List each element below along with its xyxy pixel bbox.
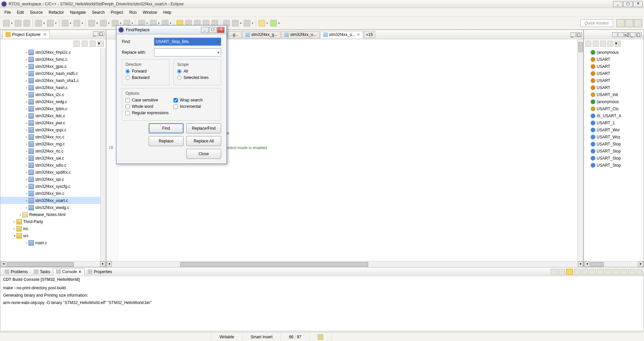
outline-item[interactable]: IS_USART_A (584, 112, 644, 119)
wrap-search-check[interactable]: Wrap search (174, 98, 217, 102)
scroll-thumb[interactable] (180, 262, 368, 267)
expand-icon[interactable]: ▹ (24, 50, 29, 54)
close-icon[interactable]: ✕ (43, 32, 47, 37)
target-icon[interactable] (62, 20, 68, 27)
replace-all-button[interactable]: Replace All (186, 136, 221, 146)
show-on-err-icon[interactable] (620, 269, 627, 275)
minimize-view-button[interactable]: _ (630, 32, 636, 37)
menu-navigate[interactable]: Navigate (67, 9, 89, 16)
view-menu-icon[interactable]: ▾ (98, 41, 104, 47)
sort-icon[interactable] (585, 41, 591, 47)
expand-icon[interactable]: ▹ (24, 156, 29, 160)
find-input[interactable]: USART_Stop_Bits (154, 38, 221, 46)
dialog-close-button[interactable]: ✕ (217, 27, 225, 33)
filter-icon[interactable] (593, 41, 599, 47)
case-sensitive-check[interactable]: Case sensitive (126, 98, 169, 102)
incremental-check[interactable]: Incremental (174, 104, 217, 109)
tasks-tab[interactable]: Tasks (31, 268, 53, 275)
expand-icon[interactable]: ▹ (24, 79, 29, 82)
outline-item[interactable]: USART_Woz (584, 133, 644, 140)
file-row[interactable]: ▹stm32f4xx_spdifrx.c (0, 169, 100, 176)
expand-icon[interactable]: ▹ (24, 86, 29, 89)
dialog-maximize-button[interactable]: ▢ (209, 27, 216, 33)
file-row[interactable]: ▹main.c (0, 239, 100, 246)
console-tab[interactable]: Console✕ (53, 268, 85, 275)
show-on-output-icon[interactable] (612, 269, 619, 275)
outline-item[interactable]: USART_Stop (584, 147, 644, 155)
expand-icon[interactable]: ▹ (24, 72, 29, 75)
editor-tab[interactable]: stm32f4xx_u... (281, 31, 319, 38)
expand-icon[interactable]: ▹ (24, 170, 29, 174)
min-icon[interactable] (628, 269, 635, 275)
menu-project[interactable]: Project (108, 9, 126, 16)
outline-item[interactable]: (anonymous (584, 98, 644, 105)
menu-search[interactable]: Search (89, 9, 108, 16)
outline-item[interactable]: USART (584, 56, 644, 63)
expand-icon[interactable]: ▹ (24, 121, 29, 125)
file-row[interactable]: ▹stm32f4xx_fmpi2c.c (0, 49, 100, 56)
save-all-icon[interactable] (23, 20, 30, 27)
file-row[interactable]: ▹stm32f4xx_fsmc.c (0, 56, 100, 63)
outline-btn1[interactable] (612, 32, 617, 37)
outline-horizontal-scrollbar[interactable]: ◂ ▸ (584, 261, 644, 267)
debug-icon[interactable] (88, 20, 95, 27)
outline-item[interactable]: USART_Stop (584, 140, 644, 147)
problems-tab[interactable]: Problems (2, 268, 31, 275)
find-button[interactable]: Find (149, 123, 184, 133)
expand-icon[interactable]: ▹ (24, 65, 29, 68)
scroll-left-icon[interactable]: ◂ (1, 261, 6, 267)
file-row[interactable]: ▹stm32f4xx_lptim.c (0, 105, 100, 112)
scroll-right-icon[interactable]: ▸ (638, 261, 643, 267)
expand-icon[interactable]: ▹ (24, 93, 29, 96)
remove-icon[interactable] (597, 269, 604, 275)
editor-horizontal-scrollbar[interactable]: ◂ ▸ (106, 261, 583, 267)
scroll-thumb[interactable] (590, 262, 604, 267)
build-icon[interactable] (35, 20, 42, 27)
expand-icon[interactable]: ▹ (24, 57, 29, 61)
selected-lines-radio[interactable]: Selected lines (177, 75, 217, 80)
scroll-right-icon[interactable]: ▸ (578, 261, 583, 267)
expand-icon[interactable]: ▹ (12, 227, 16, 230)
outline-item[interactable]: USART_Stop (584, 155, 644, 162)
expand-icon[interactable]: ▹ (24, 142, 29, 146)
menu-edit[interactable]: Edit (14, 9, 27, 16)
file-row[interactable]: ▹stm32f4xx_sdio.c (0, 162, 100, 169)
menu-window[interactable]: Window (140, 9, 160, 16)
outline-item[interactable]: USART_Wor (584, 126, 644, 133)
backward-radio[interactable]: Backward (126, 75, 166, 80)
hide-static-icon[interactable] (600, 41, 606, 47)
replace-input[interactable] (154, 48, 221, 56)
forward-icon[interactable] (270, 20, 277, 27)
minimize-editor-button[interactable]: _ (571, 32, 576, 37)
minimize-button[interactable]: _ (613, 1, 623, 7)
outline-item[interactable]: USART (584, 70, 644, 77)
editor-tab[interactable]: stm32f4xx_g... (242, 31, 281, 38)
maximize-view-button[interactable]: ▢ (99, 31, 104, 36)
expand-icon[interactable]: ▹ (24, 149, 29, 153)
scroll-thumb[interactable] (7, 262, 74, 267)
collapse-all-icon[interactable] (73, 41, 80, 47)
close-tab-icon[interactable]: ✕ (357, 32, 360, 37)
outline-item[interactable]: USART_1 (584, 119, 644, 126)
file-row[interactable]: ▹stm32f4xx_hash_md5.c (0, 70, 100, 77)
file-row[interactable]: ▹stm32f4xx_hash.c (0, 84, 100, 91)
expand-icon[interactable]: ▹ (24, 184, 29, 188)
file-row[interactable]: ▹stm32f4xx_spi.c (0, 176, 100, 183)
expand-icon[interactable]: ▹ (24, 206, 29, 209)
scroll-lock-icon[interactable] (551, 269, 557, 275)
folder-row[interactable]: ▹Third-Party (0, 218, 100, 225)
close-button[interactable]: Close (186, 149, 221, 159)
file-row[interactable]: ▹stm32f4xx_rcc.c (0, 133, 100, 140)
outline-more[interactable]: »2 (624, 32, 630, 37)
remove-all-icon[interactable] (605, 269, 611, 275)
expand-icon[interactable]: ▹ (24, 199, 29, 202)
focus-icon[interactable] (90, 41, 96, 47)
editor-vertical-scrollbar[interactable] (577, 39, 583, 261)
all-radio[interactable]: All (177, 69, 217, 74)
expand-icon[interactable]: ▾ (12, 234, 16, 238)
outline-item[interactable]: (anonymous (584, 49, 644, 56)
file-row[interactable]: ▹stm32f4xx_pwr.c (0, 119, 100, 126)
file-row[interactable]: ▹stm32f4xx_syscfg.c (0, 183, 100, 190)
display-console-icon[interactable] (574, 269, 581, 275)
file-row[interactable]: ▹stm32f4xx_iwdg.c (0, 98, 100, 105)
